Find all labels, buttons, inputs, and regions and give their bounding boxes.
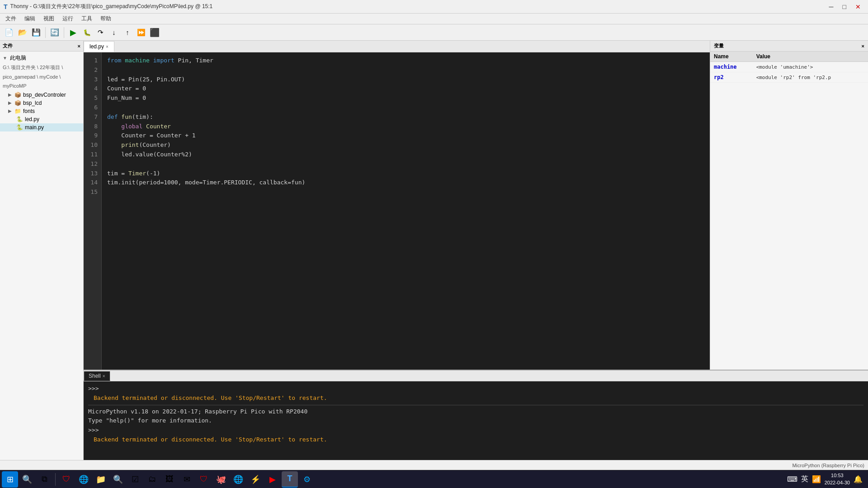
sidebar-header: 文件 ×	[0, 41, 83, 52]
taskbar-app-search2[interactable]: 🔍	[110, 471, 126, 488]
open-file-button[interactable]: 📂	[16, 26, 29, 39]
taskbar-app-mail[interactable]: ✉	[179, 471, 195, 488]
code-editor[interactable]: 1 2 3 4 5 6 7 8 9 10 11 12 13 14	[84, 52, 710, 370]
shell-line-2: Backend terminated or disconnected. Use …	[88, 394, 863, 403]
new-file-button[interactable]: 📄	[3, 26, 15, 39]
toolbar-sep-1	[45, 27, 46, 38]
line-num-4: 4	[87, 84, 98, 94]
sidebar-this-computer[interactable]: ▼ 此电脑	[0, 53, 83, 63]
tab-close-icon[interactable]: ×	[106, 44, 108, 49]
shell-prompt-1: >>>	[88, 385, 99, 392]
menu-file[interactable]: 文件	[2, 14, 20, 23]
line-num-15: 15	[87, 188, 98, 197]
taskbar-app-security[interactable]: 🛡	[58, 471, 75, 488]
taskbar-right: ⌨ 英 📶 10:53 2022-04-30 🔔	[787, 472, 866, 486]
col-value: Value	[753, 52, 868, 62]
status-bar: MicroPython (Raspberry Pi Pico)	[0, 460, 868, 470]
line-num-14: 14	[87, 178, 98, 188]
file-icon-led: 🐍	[16, 116, 23, 122]
sidebar-item-main-py[interactable]: 🐍 main.py	[0, 123, 83, 131]
tray-notification-icon[interactable]: 🔔	[854, 475, 863, 483]
taskbar-app-edge[interactable]: 🌐	[75, 471, 92, 488]
editor-shell-wrapper: led.py × 1 2 3 4 5 6 7 8 9 1	[84, 41, 868, 460]
sidebar-label-fonts: fonts	[23, 108, 35, 114]
variables-table: Name Value machine <module 'umachine'> r…	[710, 52, 868, 83]
tray-keyboard-icon[interactable]: ⌨	[787, 475, 797, 483]
tab-shell[interactable]: Shell ×	[84, 371, 110, 381]
tray-network-icon[interactable]: 📶	[812, 475, 821, 483]
menu-view[interactable]: 视图	[40, 14, 58, 23]
taskbar-app-explorer[interactable]: 📁	[93, 471, 109, 488]
debug-button[interactable]: 🐛	[80, 26, 93, 39]
taskbar-app-chrome[interactable]: 🌐	[230, 471, 246, 488]
var-value-rp2: <module 'rp2' from 'rp2.p	[753, 72, 868, 83]
line-num-5: 5	[87, 94, 98, 103]
shell-line-5: >>>	[88, 426, 863, 435]
taskbar-app-vscode[interactable]: ⚡	[247, 471, 264, 488]
title-text: Thonny - G:\项目文件夹\22年项目\pico_gamepad\myC…	[10, 3, 213, 10]
run-button[interactable]: ▶	[67, 26, 80, 39]
code-content[interactable]: from machine import Pin, Timer led = Pin…	[102, 52, 710, 370]
sidebar-title: 文件	[3, 42, 13, 49]
taskbar-start-button[interactable]: ⊞	[2, 471, 18, 488]
menu-help[interactable]: 帮助	[97, 14, 115, 23]
variables-collapse-icon[interactable]: ×	[862, 43, 864, 49]
taskbar-app-arduino[interactable]: ⚙	[299, 471, 315, 488]
close-button[interactable]: ✕	[852, 2, 864, 11]
reload-button[interactable]: 🔄	[48, 26, 61, 39]
taskbar-app-media[interactable]: ▶	[264, 471, 281, 488]
tray-lang-icon[interactable]: 英	[801, 474, 808, 484]
var-name-machine: machine	[710, 62, 753, 72]
table-row[interactable]: machine <module 'umachine'>	[710, 62, 868, 72]
taskbar-app-widgets[interactable]: 🗂	[144, 471, 160, 488]
variables-panel: 变量 × Name Value machine <module 'umachin…	[710, 41, 868, 370]
editor-shell-top: led.py × 1 2 3 4 5 6 7 8 9 1	[84, 41, 868, 370]
taskbar-taskview-button[interactable]: ⧉	[36, 471, 52, 488]
sidebar-item-bsp-dev[interactable]: ▶ 📦 bsp_devControler	[0, 91, 83, 99]
shell-error-1: Backend terminated or disconnected. Use …	[94, 394, 327, 401]
menu-edit[interactable]: 编辑	[21, 14, 39, 23]
step-into-button[interactable]: ↓	[108, 26, 120, 39]
taskbar-app-github[interactable]: 🐙	[213, 471, 229, 488]
table-row[interactable]: rp2 <module 'rp2' from 'rp2.p	[710, 72, 868, 83]
sidebar-item-bsp-lcd[interactable]: ▶ 📦 bsp_lcd	[0, 99, 83, 107]
main-content: 文件 × ▼ 此电脑 G:\ 项目文件夹 \ 22年项目 \ pico_game…	[0, 41, 868, 460]
sidebar-label-bsp-dev: bsp_devControler	[23, 92, 66, 98]
maximize-button[interactable]: □	[839, 2, 850, 11]
resume-button[interactable]: ⏩	[135, 26, 147, 39]
shell-content[interactable]: >>> Backend terminated or disconnected. …	[84, 381, 868, 460]
line-num-8: 8	[87, 122, 98, 131]
taskbar-app-photos[interactable]: 🖼	[161, 471, 178, 488]
clock[interactable]: 10:53 2022-04-30	[825, 472, 850, 486]
line-num-13: 13	[87, 169, 98, 178]
toolbar-sep-2	[64, 27, 64, 38]
sidebar-this-computer-label: 此电脑	[10, 54, 26, 62]
sidebar-label-led-py: led.py	[25, 116, 39, 122]
save-file-button[interactable]: 💾	[30, 26, 42, 39]
line-num-6: 6	[87, 103, 98, 113]
sidebar-item-fonts[interactable]: ▶ 📁 fonts	[0, 107, 83, 115]
menu-run[interactable]: 运行	[59, 14, 77, 23]
taskbar-app-tasks[interactable]: ☑	[127, 471, 143, 488]
taskbar-app-antivirus[interactable]: 🛡	[196, 471, 212, 488]
sidebar-collapse-icon[interactable]: ×	[78, 43, 80, 49]
folder-icon-fonts: 📁	[14, 108, 21, 114]
tab-led-py[interactable]: led.py ×	[84, 41, 114, 52]
tab-led-py-label: led.py	[90, 43, 104, 50]
shell-tabs: Shell ×	[84, 371, 868, 381]
step-over-button[interactable]: ↷	[94, 26, 107, 39]
taskbar-app-thonny[interactable]: T	[282, 471, 298, 488]
tab-shell-label: Shell	[89, 373, 101, 379]
minimize-button[interactable]: ─	[826, 2, 837, 11]
menu-tools[interactable]: 工具	[78, 14, 96, 23]
expand-arrow: ▼	[3, 56, 7, 61]
taskbar-separator	[55, 473, 56, 486]
folder-icon-bsp-lcd: 📦	[14, 100, 21, 106]
app-icon: T	[4, 3, 8, 10]
sidebar-item-led-py[interactable]: 🐍 led.py	[0, 115, 83, 123]
sidebar-tree: ▼ 此电脑 G:\ 项目文件夹 \ 22年项目 \ pico_gamepad \…	[0, 52, 83, 460]
shell-tab-close[interactable]: ×	[103, 374, 105, 379]
taskbar-search-button[interactable]: 🔍	[19, 471, 35, 488]
stop-button[interactable]: ⬛	[148, 26, 161, 39]
step-out-button[interactable]: ↑	[121, 26, 134, 39]
